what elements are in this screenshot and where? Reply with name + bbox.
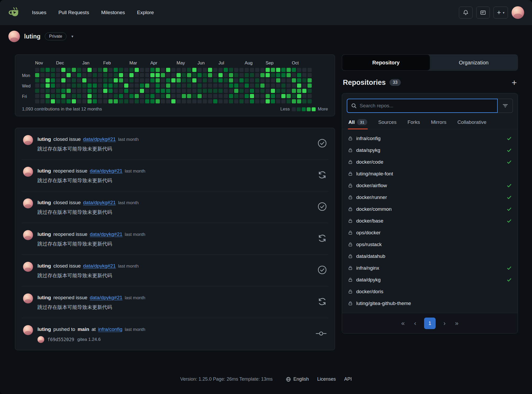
admin-panel-button[interactable]	[476, 7, 490, 19]
heatmap-week-column	[302, 68, 308, 104]
avatar[interactable]	[23, 325, 33, 335]
repo-search-input[interactable]	[360, 103, 493, 109]
nav-link-milestones[interactable]: Milestones	[101, 10, 125, 15]
repo-row[interactable]: infra/nginx	[348, 262, 512, 274]
repo-name[interactable]: docker/runner	[356, 195, 387, 200]
feed-branch[interactable]: main	[78, 326, 89, 332]
heatmap-cell	[218, 73, 223, 77]
tab-repository[interactable]: Repository	[342, 55, 430, 70]
repo-name[interactable]: docker/common	[356, 206, 392, 212]
avatar[interactable]	[23, 135, 33, 145]
filter-button[interactable]	[498, 99, 513, 113]
feed-username[interactable]: luting	[37, 136, 51, 142]
filter-tab-sources[interactable]: Sources	[378, 119, 397, 129]
last-page-button[interactable]: »	[453, 320, 460, 327]
feed-target-link[interactable]: data/dpykg#21	[83, 200, 116, 206]
filter-tab-mirrors[interactable]: Mirrors	[430, 119, 447, 129]
avatar[interactable]	[23, 293, 33, 303]
prev-page-button[interactable]: ‹	[413, 320, 418, 327]
repo-name[interactable]: infra/config	[356, 136, 381, 141]
feed-username[interactable]: luting	[37, 263, 51, 269]
feed-item: lutingreopened issuedata/dpykg#21last mo…	[21, 286, 328, 318]
heatmap-cell	[297, 94, 301, 98]
repo-row[interactable]: ops/rustack	[348, 238, 512, 250]
feed-target-link[interactable]: data/dpykg#21	[90, 168, 123, 174]
filter-tab-all[interactable]: All31	[348, 119, 368, 129]
commit-hash[interactable]: f69d552029	[47, 337, 74, 342]
feed-target-link[interactable]: data/dpykg#21	[83, 263, 116, 269]
repo-name[interactable]: ops/rustack	[356, 242, 382, 247]
avatar[interactable]	[23, 230, 33, 240]
user-avatar[interactable]	[512, 6, 524, 19]
avatar	[37, 336, 44, 343]
profile-dropdown-chevron-icon[interactable]: ▾	[71, 34, 73, 39]
heatmap-cell	[213, 89, 217, 93]
heatmap-cell	[281, 73, 286, 77]
filter-tab-collaborative[interactable]: Collaborative	[457, 119, 487, 129]
filter-tab-forks[interactable]: Forks	[407, 119, 421, 129]
repo-row[interactable]: luting/maple-font	[348, 168, 512, 180]
issue-closed-icon	[317, 202, 327, 212]
repo-name[interactable]: data/dpykg	[356, 277, 381, 283]
repo-name[interactable]: docker/code	[356, 159, 383, 165]
licenses-link[interactable]: Licenses	[317, 376, 336, 382]
repo-name[interactable]: docker/base	[356, 218, 383, 224]
language-selector[interactable]: English	[286, 376, 309, 382]
avatar[interactable]	[23, 198, 33, 208]
avatar[interactable]	[23, 167, 33, 177]
tab-organization[interactable]: Organization	[430, 55, 518, 70]
heatmap-cell	[192, 89, 196, 93]
repo-name[interactable]: data/datahub	[356, 253, 385, 259]
repo-row[interactable]: docker/base	[348, 215, 512, 227]
search-icon	[351, 103, 357, 109]
first-page-button[interactable]: «	[400, 320, 406, 327]
feed-username[interactable]: luting	[37, 295, 51, 301]
api-link[interactable]: API	[344, 376, 352, 382]
feed-username[interactable]: luting	[37, 168, 51, 174]
heatmap-cell	[218, 68, 223, 72]
heatmap-month-label: Jan	[82, 60, 89, 66]
heatmap-cell	[35, 94, 39, 98]
feed-username[interactable]: luting	[37, 326, 51, 332]
repo-row[interactable]: data/dpykg	[348, 274, 512, 286]
repo-row[interactable]: docker/doris	[348, 286, 512, 297]
repo-name[interactable]: data/spykg	[356, 147, 380, 153]
repo-row[interactable]: docker/common	[348, 203, 512, 215]
feed-target-link[interactable]: data/dpykg#21	[90, 231, 123, 237]
repo-row[interactable]: luting/gitea-github-theme	[348, 297, 512, 309]
gitea-logo-icon[interactable]	[8, 5, 22, 20]
avatar[interactable]	[23, 262, 33, 272]
repo-row[interactable]: docker/code	[348, 156, 512, 168]
repo-row[interactable]: ops/docker	[348, 227, 512, 238]
feed-target-link[interactable]: infra/config	[98, 326, 122, 332]
add-repository-button[interactable]: +	[512, 78, 517, 87]
feed-username[interactable]: luting	[37, 200, 51, 206]
feed-username[interactable]: luting	[37, 231, 51, 237]
heatmap-cell	[145, 68, 149, 72]
heatmap-cell	[35, 99, 39, 103]
feed-target-link[interactable]: data/dpykg#21	[90, 295, 123, 301]
repo-name[interactable]: infra/nginx	[356, 265, 379, 271]
nav-link-explore[interactable]: Explore	[137, 10, 154, 15]
repo-row[interactable]: data/spykg	[348, 144, 512, 156]
nav-link-issues[interactable]: Issues	[32, 10, 46, 15]
repo-row[interactable]: data/datahub	[348, 250, 512, 262]
profile-avatar[interactable]	[8, 31, 20, 42]
next-page-button[interactable]: ›	[442, 320, 447, 327]
heatmap-cell	[276, 68, 280, 72]
nav-link-pull-requests[interactable]: Pull Requests	[58, 10, 89, 15]
repo-row[interactable]: docker/runner	[348, 191, 512, 203]
heatmap-cell	[140, 94, 144, 98]
feed-target-link[interactable]: data/dpykg#21	[83, 136, 116, 142]
repo-row[interactable]: docker/airflow	[348, 180, 512, 191]
repo-name[interactable]: docker/doris	[356, 289, 383, 295]
repo-row[interactable]: infra/config	[348, 132, 512, 144]
notifications-button[interactable]	[459, 7, 473, 19]
current-page-button[interactable]: 1	[424, 318, 436, 329]
repo-name[interactable]: luting/gitea-github-theme	[356, 301, 411, 306]
checkmark-icon	[507, 265, 512, 271]
repo-name[interactable]: docker/airflow	[356, 183, 387, 188]
create-new-button[interactable]: + ▾	[493, 7, 508, 19]
repo-name[interactable]: ops/docker	[356, 230, 381, 236]
repo-name[interactable]: luting/maple-font	[356, 171, 393, 177]
